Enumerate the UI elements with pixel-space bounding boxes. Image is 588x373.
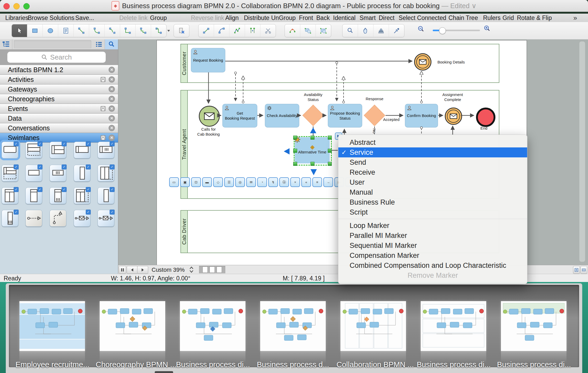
context-menu-item-compensation-marker[interactable]: ✓Compensation Marker (338, 251, 527, 260)
context-menu-item-manual[interactable]: ✓Manual (338, 187, 527, 197)
menu-item-rotate-flip[interactable]: Rotate & Flip (517, 14, 552, 22)
fit-page-button[interactable] (573, 266, 580, 274)
document-thumbnail[interactable] (501, 301, 566, 351)
close-section-icon[interactable]: ✕ (109, 96, 115, 102)
eyedropper-tool-button[interactable] (389, 24, 404, 37)
context-menu-item-send[interactable]: ✓Send (338, 157, 527, 167)
save-library-icon[interactable] (100, 106, 106, 111)
close-section-icon[interactable]: ✕ (109, 115, 115, 121)
split-tool-button[interactable] (260, 24, 276, 37)
shape-vertical-swimlanes-2-dashed[interactable]: ✓ (98, 165, 114, 182)
menu-item-libraries[interactable]: Libraries (5, 14, 28, 22)
rectangle-tool-button[interactable] (27, 24, 43, 37)
document-thumbnail[interactable] (100, 301, 165, 351)
connector-smart-button[interactable] (136, 24, 151, 37)
shape-vertical-pool-lane-bars[interactable]: ✓ (50, 187, 66, 204)
document-thumbnail[interactable] (260, 301, 326, 351)
library-section-choreographies[interactable]: Choreographies✕ (0, 94, 118, 104)
close-section-icon[interactable]: ✕ (109, 76, 115, 83)
shape-checked-badge[interactable]: ✓ (62, 187, 67, 192)
vertical-scrollbar[interactable] (579, 41, 585, 262)
document-thumbnail[interactable] (180, 301, 245, 351)
zoom-slider[interactable] (433, 30, 480, 31)
close-section-icon[interactable]: ✕ (109, 135, 115, 141)
text-tool-button[interactable] (58, 24, 74, 37)
fit-width-button[interactable] (580, 266, 587, 274)
shape-vertical-lane-bars[interactable]: ✓ (2, 210, 18, 227)
stamp-tool-button[interactable] (373, 24, 389, 37)
menu-item-distribute[interactable]: Distribute (244, 14, 269, 22)
menu-item-back[interactable]: Back (316, 14, 330, 22)
document-thumbnail[interactable] (421, 301, 486, 351)
zoom-tool-button[interactable] (343, 24, 358, 37)
document-thumbnail-label[interactable]: Collaboration BPMN ... (336, 360, 410, 369)
document-thumbnail-label[interactable]: Employee recruitme... (15, 360, 89, 369)
shape-horizontal-lane[interactable]: ✓ (25, 165, 42, 182)
close-section-icon[interactable]: ✕ (109, 67, 115, 73)
menu-item-rulers[interactable]: Rulers (483, 14, 500, 22)
zoom-stepper[interactable] (189, 266, 194, 273)
shape-vertical-pool-1-lane[interactable]: ✓ (25, 187, 42, 204)
menu-item-save-[interactable]: Save... (75, 14, 94, 22)
close-section-icon[interactable]: ✕ (109, 86, 115, 92)
shape-checked-badge[interactable]: ✓ (14, 141, 19, 146)
connector-rightangle-button[interactable] (120, 24, 136, 37)
shape-horizontal-lane-bars[interactable]: ✓ (50, 165, 66, 182)
shape-checked-badge[interactable]: ✓ (14, 187, 19, 192)
shape-checked-badge[interactable]: ✓ (86, 164, 91, 169)
shape-checked-badge[interactable]: ✓ (38, 164, 42, 169)
library-section-artifacts-bpmn-1-2[interactable]: Artifacts BPMN 1.2✕ (0, 65, 118, 75)
save-library-icon[interactable] (100, 135, 106, 141)
edit-group-tool-button[interactable] (316, 24, 331, 37)
context-menu-item-business-rule[interactable]: ✓Business Rule (338, 197, 527, 207)
shape-message-flow-dashed[interactable] (25, 210, 42, 227)
context-menu-item-sequential-mi-marker[interactable]: ✓Sequential MI Marker (338, 241, 527, 251)
document-thumbnail[interactable] (340, 301, 406, 351)
mirror-tool-button[interactable] (245, 24, 260, 37)
shape-checked-badge[interactable]: ✓ (110, 210, 115, 215)
connector-dropdown-caret[interactable] (167, 29, 170, 32)
menu-item-align[interactable]: Align (225, 14, 239, 22)
close-section-icon[interactable]: ✕ (109, 125, 115, 131)
menu-item-front[interactable]: Front (299, 14, 313, 22)
menu-item-chain[interactable]: Chain (448, 14, 464, 22)
shape-message-flow-envelope[interactable]: ✓ (74, 210, 90, 227)
pan-tool-button[interactable] (358, 24, 373, 37)
shape-checked-badge[interactable]: ✓ (38, 187, 42, 192)
shape-checked-badge[interactable]: ✓ (38, 141, 42, 146)
shape-checked-badge[interactable]: ✓ (110, 187, 115, 192)
menu-item-ungroup[interactable]: UnGroup (271, 14, 296, 22)
library-section-conversations[interactable]: Conversations✕ (0, 123, 118, 133)
shape-vertical-swimlane[interactable]: ✓ (74, 165, 90, 182)
menu-item-smart[interactable]: Smart (360, 14, 376, 22)
shape-checked-badge[interactable]: ✓ (86, 187, 91, 192)
context-menu-item-loop-marker[interactable]: ✓Loop Marker (338, 221, 527, 231)
shape-checked-badge[interactable]: ✓ (62, 141, 67, 146)
save-library-icon[interactable] (100, 77, 106, 82)
context-menu-item-user[interactable]: ✓User (338, 177, 527, 187)
next-page-button[interactable] (137, 266, 148, 274)
pointer-tool-button[interactable] (12, 24, 27, 37)
shape-horizontal-swimlanes-2-dashed[interactable]: ✓ (25, 142, 42, 158)
search-view-button[interactable] (105, 39, 118, 49)
document-thumbnail[interactable] (19, 301, 85, 351)
library-section-events[interactable]: Events✕ (0, 104, 118, 114)
shape-message-flow-envelope-2[interactable]: ✓ (98, 210, 114, 227)
edited-badge[interactable]: — Edited ∨ (442, 2, 477, 10)
menu-item-select-connected[interactable]: Select Connected (399, 14, 446, 22)
menu-overflow-chevrons[interactable]: » (573, 14, 577, 22)
shape-checked-badge[interactable]: ✓ (62, 164, 67, 169)
close-section-icon[interactable]: ✕ (109, 105, 115, 112)
shape-checked-badge[interactable]: ✓ (86, 141, 91, 146)
context-menu-item-combined-compensation-and-loop-characteristic[interactable]: ✓Combined Compensation and Loop Characte… (338, 260, 527, 270)
context-menu-item-script[interactable]: ✓Script (338, 207, 527, 217)
shape-vertical-lane[interactable]: ✓ (98, 187, 114, 204)
library-section-data[interactable]: Data✕ (0, 114, 118, 123)
scroll-handle[interactable] (155, 371, 173, 373)
shape-message-flow-elbow[interactable] (50, 210, 66, 227)
library-tree-button[interactable] (0, 39, 12, 49)
context-menu-item-service[interactable]: ✓Service (338, 147, 527, 157)
menu-item-grid[interactable]: Grid (503, 14, 514, 22)
list-view-button[interactable] (93, 39, 105, 49)
polyline-tool-button[interactable] (229, 24, 245, 37)
